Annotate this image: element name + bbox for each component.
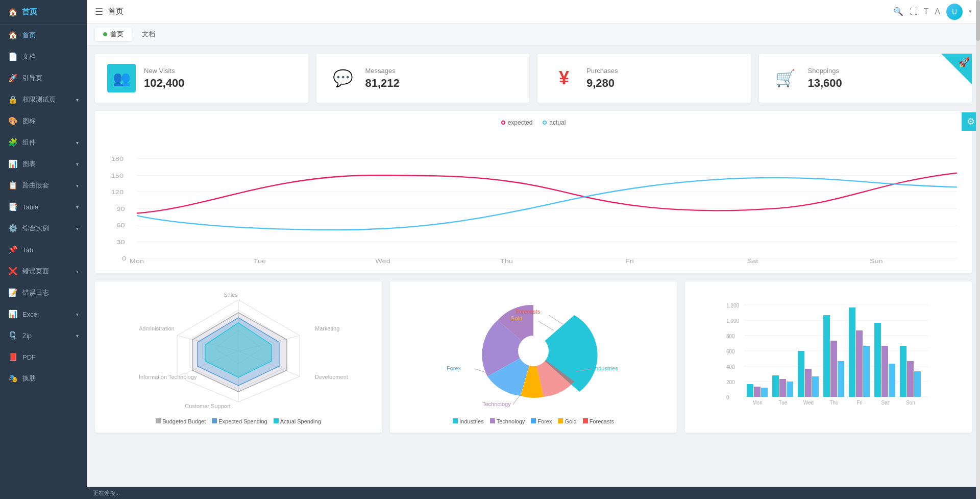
svg-rect-79 — [863, 346, 870, 397]
sidebar-item-excel[interactable]: 📊 Excel ▾ — [0, 303, 87, 325]
stat-visits-info: New Visits 102,400 — [144, 67, 185, 90]
tab-docs[interactable]: 文档 — [134, 28, 163, 41]
sidebar-label-13: Excel — [22, 311, 39, 318]
scrollbar-thumb[interactable] — [976, 0, 980, 41]
sidebar-item-组件[interactable]: 🧩 组件 ▾ — [0, 132, 87, 153]
svg-rect-82 — [889, 364, 895, 397]
sidebar-item-综合实例[interactable]: ⚙️ 综合实例 ▾ — [0, 218, 87, 239]
bar-chart-card: 0 200 400 600 800 1,000 1,200 — [685, 281, 972, 433]
rocket-icon: 🚀 — [959, 57, 970, 68]
sidebar-item-pdf[interactable]: 📕 PDF — [0, 346, 87, 368]
sidebar-item-首页[interactable]: 🏠 首页 — [0, 25, 87, 46]
expected-label: expected — [508, 119, 533, 126]
stat-shoppings-label: Shoppings — [808, 67, 842, 75]
chevron-icon-14: ▾ — [76, 333, 79, 339]
svg-text:60: 60 — [116, 223, 125, 228]
svg-rect-83 — [900, 346, 906, 397]
search-icon[interactable]: 🔍 — [893, 7, 903, 16]
svg-text:Fri: Fri — [625, 258, 634, 263]
svg-text:90: 90 — [116, 206, 125, 212]
sidebar-icon-0: 🏠 — [8, 31, 17, 40]
line-chart-svg: 0 30 60 90 120 150 180 — [103, 130, 964, 263]
tabs-bar: 首页 文档 — [87, 23, 980, 45]
sidebar-item-tab[interactable]: 📌 Tab — [0, 239, 87, 260]
svg-text:Sun: Sun — [906, 400, 915, 406]
sidebar-icon-1: 📄 — [8, 52, 17, 61]
line-chart-legend: expected actual — [103, 119, 964, 126]
svg-point-40 — [518, 336, 549, 366]
svg-text:Development: Development — [315, 374, 348, 380]
sidebar-label-16: 换肤 — [22, 374, 36, 383]
svg-rect-67 — [761, 388, 768, 397]
svg-rect-81 — [881, 346, 888, 397]
svg-text:600: 600 — [726, 349, 735, 354]
bottom-charts-row: Sales Marketing Development Customer Sup… — [95, 281, 972, 433]
sidebar-label-0: 首页 — [22, 31, 36, 40]
stat-messages-label: Messages — [365, 67, 400, 75]
svg-rect-77 — [849, 307, 855, 397]
sidebar-icon-10: 📌 — [8, 245, 17, 254]
tab-home[interactable]: 首页 — [95, 28, 132, 41]
svg-line-49 — [513, 394, 521, 405]
legend-actual-spend: Actual Spending — [274, 418, 321, 424]
legend-industries: Industries — [453, 418, 484, 424]
sidebar-item-权限测试页[interactable]: 🔒 权限测试页 ▾ — [0, 89, 87, 110]
sidebar-item-图表[interactable]: 📊 图表 ▾ — [0, 153, 87, 175]
stat-purchases-info: Purchases 9,280 — [586, 67, 618, 90]
stat-visits-label: New Visits — [144, 67, 185, 75]
stat-visits-value: 102,400 — [144, 77, 185, 90]
tab-docs-label: 文档 — [142, 30, 155, 39]
svg-line-41 — [549, 315, 563, 324]
sidebar-icon-12: 📝 — [8, 288, 17, 297]
svg-rect-73 — [812, 376, 819, 397]
pie-chart-card: Forecasts Gold Forex Industries Technolo… — [390, 281, 677, 433]
svg-text:Information Technology: Information Technology — [139, 374, 197, 380]
svg-rect-74 — [823, 315, 830, 397]
expected-dot — [501, 121, 505, 125]
actual-label: actual — [549, 119, 566, 126]
sidebar-item-zip[interactable]: 🗜️ Zip ▾ — [0, 325, 87, 346]
legend-budgeted: Budgeted Budget — [156, 418, 206, 424]
sidebar-label-9: 综合实例 — [22, 224, 49, 233]
svg-text:0: 0 — [122, 256, 126, 262]
sidebar-label-10: Tab — [22, 246, 33, 254]
svg-text:200: 200 — [726, 379, 735, 385]
chevron-icon-7: ▾ — [76, 183, 79, 188]
sidebar-item-路由嵌套[interactable]: 📋 路由嵌套 ▾ — [0, 175, 87, 196]
scrollbar-track[interactable] — [976, 0, 980, 499]
text-icon[interactable]: T — [924, 7, 929, 16]
svg-text:Gold: Gold — [510, 315, 522, 321]
chevron-icon-11: ▾ — [76, 269, 79, 274]
sidebar-item-换肤[interactable]: 🎭 换肤 — [0, 368, 87, 389]
svg-line-43 — [538, 321, 554, 330]
svg-rect-76 — [838, 361, 844, 397]
dropdown-arrow-icon[interactable]: ▾ — [969, 8, 972, 15]
sidebar-item-错误页面[interactable]: ❌ 错误页面 ▾ — [0, 260, 87, 282]
sidebar-label-6: 图表 — [22, 159, 36, 169]
sidebar-item-文档[interactable]: 📄 文档 — [0, 46, 87, 67]
translate-icon[interactable]: A — [935, 7, 940, 16]
sidebar-item-引导页[interactable]: 🚀 引导页 — [0, 67, 87, 89]
legend-expected-spend: Expected Spending — [212, 418, 267, 424]
svg-text:120: 120 — [111, 189, 124, 195]
stat-messages-info: Messages 81,212 — [365, 67, 400, 90]
sidebar-icon-3: 🔒 — [8, 95, 17, 104]
bar-svg: 0 200 400 600 800 1,000 1,200 — [693, 290, 964, 412]
sidebar-icon-15: 📕 — [8, 352, 17, 362]
sidebar-label-14: Zip — [22, 332, 32, 340]
svg-text:30: 30 — [116, 240, 125, 245]
svg-rect-85 — [914, 371, 921, 397]
sidebar-label-12: 错误日志 — [22, 288, 49, 297]
svg-rect-66 — [754, 387, 761, 397]
chevron-icon-3: ▾ — [76, 97, 79, 103]
svg-text:Sun: Sun — [870, 258, 883, 263]
sidebar-item-图标[interactable]: 🎨 图标 — [0, 110, 87, 132]
sidebar-label-3: 权限测试页 — [22, 95, 56, 104]
svg-text:Technology: Technology — [482, 401, 511, 407]
sidebar-item-错误日志[interactable]: 📝 错误日志 — [0, 282, 87, 303]
hamburger-icon[interactable]: ☰ — [95, 6, 103, 17]
user-avatar[interactable]: U — [946, 4, 963, 20]
sidebar-item-table[interactable]: 📑 Table ▾ — [0, 196, 87, 218]
svg-text:Forecasts: Forecasts — [516, 308, 541, 315]
fullscreen-icon[interactable]: ⛶ — [910, 7, 918, 16]
